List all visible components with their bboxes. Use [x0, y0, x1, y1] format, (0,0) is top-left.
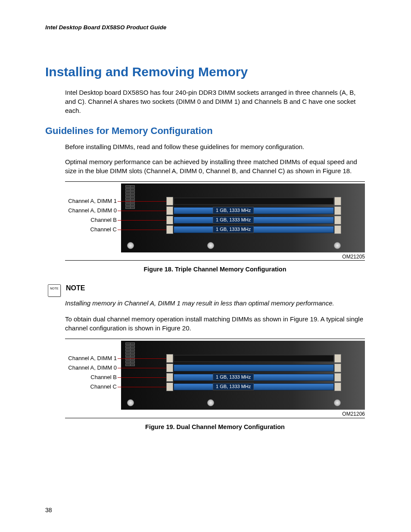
- leader-line: [118, 211, 172, 211]
- diagram-id: OM21205: [121, 253, 365, 261]
- rule: [65, 418, 365, 418]
- dimm-slot-a1: Channel A, DIMM 1: [121, 196, 365, 206]
- page-number: 38: [45, 506, 52, 515]
- memory-tag: 1 GB, 1333 MHz: [213, 383, 254, 390]
- rule: [65, 181, 365, 182]
- memory-tag: 1 GB, 1333 MHz: [213, 226, 254, 233]
- screw-icon: [334, 399, 341, 406]
- figure-caption: Figure 18. Triple Channel Memory Configu…: [65, 265, 365, 274]
- slot-label: Channel A, DIMM 1: [65, 355, 117, 362]
- dimm-blue-populated: 1 GB, 1333 MHz: [174, 383, 334, 390]
- dimm-clip: [334, 216, 341, 224]
- rule: [65, 260, 365, 261]
- dimm-slot-a1: Channel A, DIMM 1: [121, 354, 365, 363]
- leader-line: [118, 220, 172, 221]
- figure-18: Channel A, DIMM 1 Channel A, DIMM 0 1 GB…: [65, 181, 365, 274]
- heading-1: Installing and Removing Memory: [45, 63, 385, 81]
- rule: [65, 339, 365, 339]
- dimm-clip: [334, 373, 341, 382]
- dimm-slot-b: Channel B 1 GB, 1333 MHz: [121, 215, 365, 225]
- dimm-clip: [334, 364, 341, 372]
- dimm-blue-populated: 1 GB, 1333 MHz: [174, 217, 334, 224]
- dimm-blue-populated: 1 GB, 1333 MHz: [174, 207, 334, 214]
- dimm-slot-a0: Channel A, DIMM 0 1 GB, 1333 MHz: [121, 206, 365, 215]
- slot-label: Channel B: [65, 216, 117, 224]
- slot-label: Channel A, DIMM 0: [65, 364, 117, 372]
- dimm-clip: [334, 354, 341, 363]
- figure-caption: Figure 19. Dual Channel Memory Configura…: [65, 423, 365, 431]
- figure-19: Channel A, DIMM 1 Channel A, DIMM 0 Chan…: [65, 339, 365, 431]
- dimm-clip: [166, 225, 173, 234]
- dimm-clip: [166, 206, 173, 215]
- dimm-blue-empty: [174, 364, 334, 371]
- leader-line: [118, 358, 172, 359]
- slot-label: Channel B: [65, 373, 117, 381]
- dimm-slot-c: Channel C 1 GB, 1333 MHz: [121, 382, 365, 392]
- dimm-clip: [166, 364, 173, 372]
- slot-label: Channel A, DIMM 1: [65, 197, 117, 205]
- document-page: Intel Desktop Board DX58SO Product Guide…: [0, 0, 411, 532]
- memory-tag: 1 GB, 1333 MHz: [213, 216, 254, 224]
- dimm-clip: [334, 206, 341, 215]
- leader-line: [118, 387, 172, 387]
- screw-icon: [334, 242, 341, 249]
- leader-line: [118, 368, 172, 368]
- leader-line: [118, 377, 172, 378]
- dimm-slot-c: Channel C 1 GB, 1333 MHz: [121, 225, 365, 234]
- heading-2: Guidelines for Memory Configuration: [45, 124, 385, 138]
- dimm-blue-populated: 1 GB, 1333 MHz: [174, 226, 334, 233]
- leader-line: [118, 230, 172, 230]
- page-header: Intel Desktop Board DX58SO Product Guide: [45, 24, 385, 32]
- screw-icon: [127, 399, 134, 406]
- dimm-clip: [334, 197, 341, 205]
- dimm-blue-populated: 1 GB, 1333 MHz: [174, 374, 334, 381]
- screw-icon: [207, 242, 214, 249]
- dimm-clip: [334, 383, 341, 391]
- diagram-id: OM21206: [121, 411, 365, 418]
- dimm-clip: [166, 216, 173, 224]
- note-body: Installing memory in Channel A, DIMM 1 m…: [65, 299, 367, 308]
- dimm-black-empty: [174, 355, 334, 362]
- screw-icon: [207, 399, 214, 406]
- memory-tag: 1 GB, 1333 MHz: [213, 207, 254, 214]
- dimm-slot-a0: Channel A, DIMM 0: [121, 363, 365, 373]
- leader-line: [118, 201, 172, 202]
- dimm-clip: [166, 383, 173, 391]
- intro-paragraph: Intel Desktop board DX58SO has four 240-…: [65, 88, 367, 115]
- note-title: NOTE: [66, 283, 85, 293]
- dimm-clip: [334, 225, 341, 234]
- dimm-clip: [166, 354, 173, 363]
- dimm-slot-b: Channel B 1 GB, 1333 MHz: [121, 373, 365, 382]
- screw-icon: [127, 242, 134, 249]
- dimm-clip: [166, 197, 173, 205]
- paragraph: To obtain dual channel memory operation …: [65, 314, 367, 333]
- paragraph: Optimal memory performance can be achiev…: [65, 157, 367, 175]
- slot-label: Channel C: [65, 226, 117, 233]
- motherboard-diagram: Channel A, DIMM 1 Channel A, DIMM 0 Chan…: [121, 341, 365, 410]
- slot-label: Channel A, DIMM 0: [65, 207, 117, 215]
- dimm-black-empty: [174, 198, 334, 205]
- memory-tag: 1 GB, 1333 MHz: [213, 373, 254, 381]
- note-icon: NOTE: [48, 284, 61, 297]
- slot-label: Channel C: [65, 383, 117, 391]
- motherboard-diagram: Channel A, DIMM 1 Channel A, DIMM 0 1 GB…: [121, 184, 365, 252]
- dimm-clip: [166, 373, 173, 382]
- note-block: NOTE NOTE: [48, 283, 385, 297]
- paragraph: Before installing DIMMs, read and follow…: [65, 142, 367, 151]
